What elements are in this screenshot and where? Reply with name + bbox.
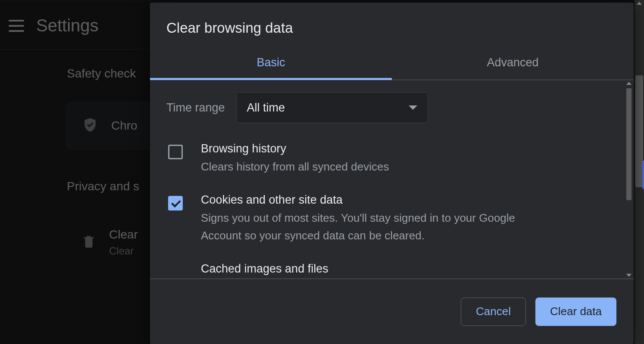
option-desc: Signs you out of most sites. You'll stay… <box>201 209 554 244</box>
scroll-up-icon[interactable] <box>637 2 642 5</box>
scroll-down-icon[interactable] <box>626 274 631 277</box>
safety-card-text: Chro <box>111 119 138 133</box>
clear-row-title: Clear <box>109 228 138 242</box>
option-title: Browsing history <box>201 142 389 155</box>
option-browsing-history[interactable]: Browsing history Clears history from all… <box>166 142 621 193</box>
dialog-title: Clear browsing data <box>150 3 634 49</box>
option-cookies[interactable]: Cookies and other site data Signs you ou… <box>166 193 621 262</box>
option-title: Cookies and other site data <box>201 193 554 207</box>
menu-icon[interactable] <box>9 20 24 32</box>
dialog-footer: Cancel Clear data <box>150 279 634 344</box>
checkbox-cookies[interactable] <box>168 196 183 211</box>
tab-advanced[interactable]: Advanced <box>392 49 634 80</box>
clear-row-sub: Clear <box>109 245 138 257</box>
time-range-label: Time range <box>166 101 225 115</box>
option-title: Cached images and files <box>201 262 328 276</box>
time-range-select[interactable]: All time <box>236 92 428 123</box>
window-scrollbar[interactable] <box>635 0 644 344</box>
dialog-scroll-thumb[interactable] <box>626 88 631 200</box>
time-range-value: All time <box>247 101 285 115</box>
checkbox-browsing-history[interactable] <box>168 145 183 159</box>
dialog-body: Time range All time Browsing history Cle… <box>150 80 634 279</box>
tab-basic[interactable]: Basic <box>150 49 392 80</box>
option-cached[interactable]: Cached images and files <box>166 262 621 279</box>
shield-icon <box>82 115 98 136</box>
cancel-button[interactable]: Cancel <box>461 298 526 326</box>
trash-icon <box>81 233 96 252</box>
dialog-scrollbar[interactable] <box>625 80 633 279</box>
chevron-down-icon <box>409 105 417 110</box>
clear-data-button[interactable]: Clear data <box>535 298 616 326</box>
window-scroll-accent <box>642 161 644 189</box>
time-range-row: Time range All time <box>166 92 621 123</box>
option-desc: Clears history from all synced devices <box>201 158 389 175</box>
page-title: Settings <box>36 16 99 35</box>
dialog-tabs: Basic Advanced <box>150 49 634 80</box>
scroll-up-icon[interactable] <box>626 82 631 85</box>
clear-browsing-data-dialog: Clear browsing data Basic Advanced Time … <box>150 3 634 344</box>
